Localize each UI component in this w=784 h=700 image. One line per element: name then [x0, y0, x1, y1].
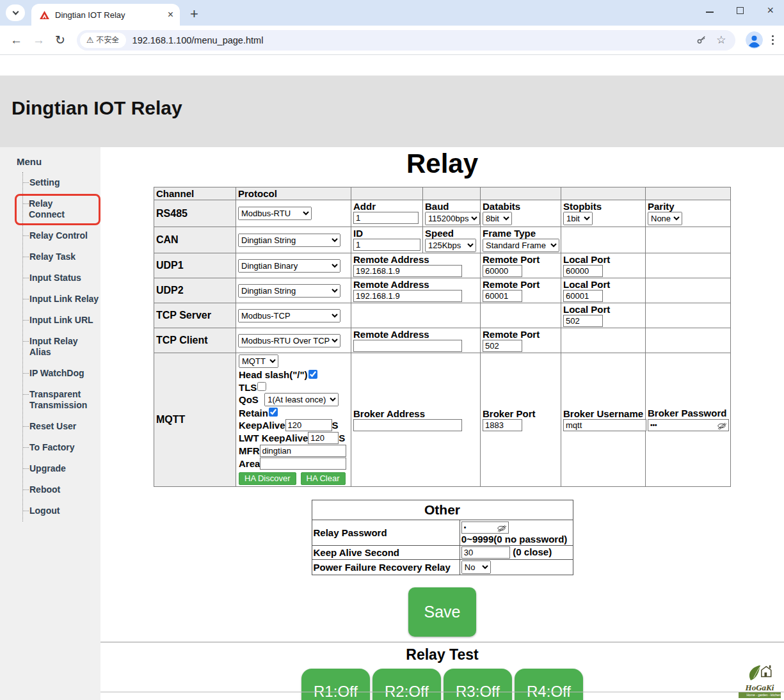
profile-avatar[interactable] [746, 31, 763, 49]
relay-config-table: Channel Protocol RS485 Modbus-RTU Addr B… [154, 187, 731, 487]
relay-password-eye-icon[interactable] [497, 523, 506, 535]
channel-label-can: CAN [154, 227, 236, 253]
ha-discover-button[interactable]: HA Discover [239, 472, 296, 485]
keep-alive-input[interactable] [461, 546, 510, 559]
sidebar-item-setting[interactable]: Setting [29, 172, 100, 193]
address-bar[interactable]: ⚠ 不安全 192.168.1.100/menu_page.html ☆ [77, 30, 735, 51]
mqtt-mfr-input[interactable] [260, 445, 346, 457]
tcp-server-protocol-select[interactable]: Modbus-TCP [238, 309, 340, 322]
page-header-band: Dingtian IOT Relay [0, 76, 784, 147]
udp1-remote-port-input[interactable] [483, 265, 522, 277]
udp1-protocol-select[interactable]: Dingtian Binary [238, 259, 340, 273]
udp2-protocol-select[interactable]: Dingtian String [238, 284, 340, 298]
relay-4-toggle-button[interactable]: R4:Off [515, 669, 583, 700]
tcp-client-protocol-select[interactable]: Modbus-RTU Over TCP [238, 334, 340, 347]
password-key-icon[interactable] [696, 35, 707, 46]
sidebar-item-input-link-relay[interactable]: Input Link Relay [29, 289, 100, 310]
can-id-label: ID [353, 228, 420, 239]
can-frame-type-select[interactable]: Standard Frame [483, 239, 559, 252]
can-id-input[interactable] [353, 239, 420, 251]
tcp-client-remote-address-label: Remote Address [353, 329, 478, 340]
sidebar-item-input-link-url[interactable]: Input Link URL [29, 310, 100, 331]
mqtt-keepalive-label: KeepAlive [239, 420, 285, 431]
sidebar-item-ip-watchdog[interactable]: IP WatchDog [29, 363, 100, 384]
mqtt-tls-label: TLS [239, 382, 257, 393]
relay-2-toggle-button[interactable]: R2:Off [372, 669, 441, 700]
udp1-local-port-label: Local Port [563, 254, 643, 265]
url-text[interactable]: 192.168.1.100/menu_page.html [132, 35, 687, 45]
relay-3-toggle-button[interactable]: R3:Off [444, 669, 512, 700]
mqtt-qos-select[interactable]: 1(At least once) [264, 393, 339, 406]
back-button[interactable]: ← [10, 33, 22, 47]
password-reveal-eye-icon[interactable] [717, 421, 726, 433]
mqtt-tls-checkbox[interactable] [257, 382, 266, 391]
sidebar-item-upgrade[interactable]: Upgrade [29, 458, 100, 479]
mqtt-area-input[interactable] [260, 457, 346, 470]
udp1-local-port-input[interactable] [563, 265, 603, 277]
mqtt-broker-port-input[interactable] [483, 419, 522, 431]
save-button[interactable]: Save [408, 587, 476, 637]
sidebar: Menu Setting Relay Connect Relay Control… [0, 147, 100, 700]
main-content: Relay Channel Protocol RS485 Modbus-RTU … [100, 147, 784, 700]
mqtt-retain-checkbox[interactable] [269, 408, 278, 417]
tab-close-icon[interactable]: × [168, 10, 173, 19]
udp1-remote-address-input[interactable] [353, 265, 462, 277]
udp2-remote-port-input[interactable] [483, 290, 522, 302]
channel-label-udp2: UDP2 [154, 278, 236, 303]
bookmark-star-icon[interactable]: ☆ [716, 33, 726, 47]
can-speed-select[interactable]: 125Kbps [425, 239, 476, 252]
mqtt-lwt-keepalive-input[interactable] [308, 432, 339, 444]
sidebar-item-reboot[interactable]: Reboot [29, 479, 100, 500]
tcp-server-local-port-label: Local Port [563, 304, 643, 315]
relay-test-title: Relay Test [100, 646, 784, 664]
tab-search-button[interactable] [6, 4, 25, 21]
sidebar-item-logout[interactable]: Logout [29, 500, 100, 521]
udp2-local-port-input[interactable] [563, 290, 603, 302]
mqtt-keepalive-input[interactable] [285, 419, 332, 431]
browser-menu-icon[interactable] [772, 35, 774, 45]
rs485-databits-select[interactable]: 8bit [483, 212, 512, 225]
new-tab-button[interactable]: + [190, 8, 198, 20]
sidebar-item-input-relay-alias[interactable]: Input Relay Alias [29, 331, 100, 363]
rs485-addr-input[interactable] [353, 212, 419, 224]
rs485-protocol-select[interactable]: Modbus-RTU [238, 207, 312, 220]
tcp-server-local-port-input[interactable] [563, 315, 603, 327]
rs485-parity-select[interactable]: None [648, 212, 682, 225]
sidebar-item-to-factory[interactable]: To Factory [29, 437, 100, 458]
ha-clear-button[interactable]: HA Clear [301, 472, 346, 485]
forward-button[interactable]: → [33, 33, 45, 47]
can-protocol-select[interactable]: Dingtian String [238, 234, 340, 247]
mqtt-retain-label: Retain [239, 408, 268, 418]
mqtt-broker-address-input[interactable] [353, 419, 462, 431]
sidebar-item-transparent-transmission[interactable]: Transparent Transmission [29, 384, 100, 416]
udp2-remote-address-input[interactable] [353, 290, 462, 302]
sidebar-item-input-status[interactable]: Input Status [29, 267, 100, 289]
rs485-stopbits-select[interactable]: 1bit [563, 212, 593, 225]
sidebar-item-relay-connect[interactable]: Relay Connect [29, 193, 100, 225]
keep-alive-label: Keep Alive Second [312, 545, 460, 559]
sidebar-item-relay-control[interactable]: Relay Control [29, 225, 100, 246]
security-chip[interactable]: ⚠ 不安全 [80, 33, 126, 48]
window-close-button[interactable]: × [767, 6, 774, 14]
power-failure-recovery-select[interactable]: No [461, 561, 491, 574]
window-maximize-button[interactable] [737, 7, 744, 14]
page-top-gap [0, 55, 784, 76]
mqtt-lwt-keepalive-label: LWT KeepAlive [239, 433, 308, 443]
mqtt-protocol-select[interactable]: MQTT [239, 354, 278, 368]
hogaki-logo: HoGaKi Home - garden - kitchen [739, 664, 781, 698]
channel-label-mqtt: MQTT [154, 353, 236, 487]
rs485-baud-select[interactable]: 115200bps [425, 212, 480, 225]
mqtt-broker-username-input[interactable] [563, 419, 646, 431]
browser-tab[interactable]: Dingtian IOT Relay × [31, 4, 180, 26]
mqtt-head-slash-checkbox[interactable] [308, 370, 317, 379]
mqtt-mfr-label: MFR [239, 445, 260, 456]
reload-button[interactable]: ↻ [55, 33, 65, 47]
tcp-client-remote-port-input[interactable] [483, 340, 522, 352]
udp2-local-port-label: Local Port [563, 279, 643, 290]
sidebar-item-reset-user[interactable]: Reset User [29, 416, 100, 437]
relay-1-toggle-button[interactable]: R1:Off [301, 669, 370, 700]
sidebar-menu: Setting Relay Connect Relay Control Rela… [22, 172, 100, 521]
window-minimize-button[interactable] [706, 12, 714, 13]
tcp-client-remote-address-input[interactable] [353, 340, 462, 352]
sidebar-item-relay-task[interactable]: Relay Task [29, 246, 100, 267]
